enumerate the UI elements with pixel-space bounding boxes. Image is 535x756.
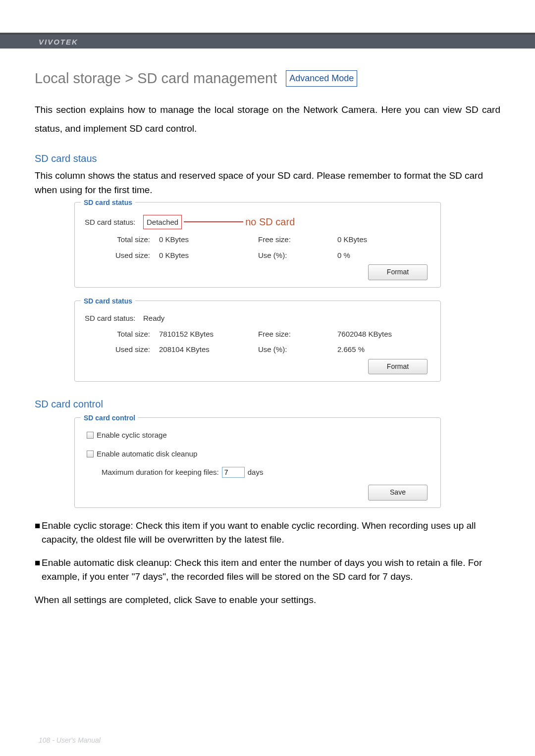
label-total: Total size: xyxy=(85,328,159,341)
fieldset-legend: SD card status xyxy=(81,197,135,209)
fieldset-legend: SD card control xyxy=(81,412,138,424)
closing-note: When all settings are completed, click S… xyxy=(35,593,500,607)
title-text: Local storage > SD card management xyxy=(35,66,277,91)
header-brand: VIVOTEK xyxy=(0,35,535,49)
value-total: 0 KBytes xyxy=(159,233,258,246)
label-status: SD card status: xyxy=(85,312,143,325)
label-usepct: Use (%): xyxy=(258,343,337,356)
section-sd-status-heading: SD card staus xyxy=(35,150,500,167)
value-free: 7602048 KBytes xyxy=(337,328,422,341)
advanced-mode-badge: Advanced Mode xyxy=(286,70,357,87)
sd-control-panel: SD card control Enable cyclic storage En… xyxy=(74,417,441,507)
label-used: Used size: xyxy=(85,249,159,262)
label-free: Free size: xyxy=(258,233,337,246)
bullet-icon: ■ xyxy=(35,556,42,584)
format-button[interactable]: Format xyxy=(368,359,428,375)
input-max-duration-days[interactable] xyxy=(222,467,245,478)
checkbox-auto-cleanup[interactable] xyxy=(87,451,94,457)
value-free: 0 KBytes xyxy=(337,233,422,246)
checkbox-cyclic-storage[interactable] xyxy=(87,432,94,439)
fieldset-legend: SD card status xyxy=(81,296,135,307)
callout-connector xyxy=(184,221,243,222)
sd-status-panel-detached: SD card status SD card status: Detached … xyxy=(74,202,441,288)
label-total: Total size: xyxy=(85,233,159,246)
sd-status-panel-ready: SD card status SD card status: Ready Tot… xyxy=(74,301,441,382)
section-sd-control-heading: SD card control xyxy=(35,396,500,412)
label-auto-cleanup: Enable automatic disk cleanup xyxy=(97,448,197,460)
label-status: SD card status: xyxy=(85,216,143,229)
label-max-duration: Maximum duration for keeping files: xyxy=(102,466,219,479)
value-used: 208104 KBytes xyxy=(159,343,258,356)
label-free: Free size: xyxy=(258,328,337,341)
footer-page-label: 108 - User's Manual xyxy=(39,736,101,744)
status-value-ready: Ready xyxy=(143,312,164,325)
intro-paragraph: This section explains how to manage the … xyxy=(35,101,500,138)
value-usepct: 2.665 % xyxy=(337,343,422,356)
label-usepct: Use (%): xyxy=(258,249,337,262)
value-total: 7810152 KBytes xyxy=(159,328,258,341)
format-button[interactable]: Format xyxy=(368,264,428,280)
sd-status-description: This column shows the status and reserve… xyxy=(35,169,500,197)
value-used: 0 KBytes xyxy=(159,249,258,262)
bullet-cleanup-text: Enable automatic disk cleanup: Check thi… xyxy=(42,556,500,584)
bullet-icon: ■ xyxy=(35,519,42,547)
label-cyclic-storage: Enable cyclic storage xyxy=(97,429,167,442)
label-days: days xyxy=(248,466,264,479)
value-usepct: 0 % xyxy=(337,249,422,262)
status-value-detached: Detached xyxy=(143,215,182,230)
save-button[interactable]: Save xyxy=(368,485,428,501)
page-title: Local storage > SD card management Advan… xyxy=(35,66,500,91)
label-used: Used size: xyxy=(85,343,159,356)
callout-no-sd: no SD card xyxy=(245,213,295,230)
bullet-cyclic-text: Enable cyclic storage: Check this item i… xyxy=(42,519,500,547)
